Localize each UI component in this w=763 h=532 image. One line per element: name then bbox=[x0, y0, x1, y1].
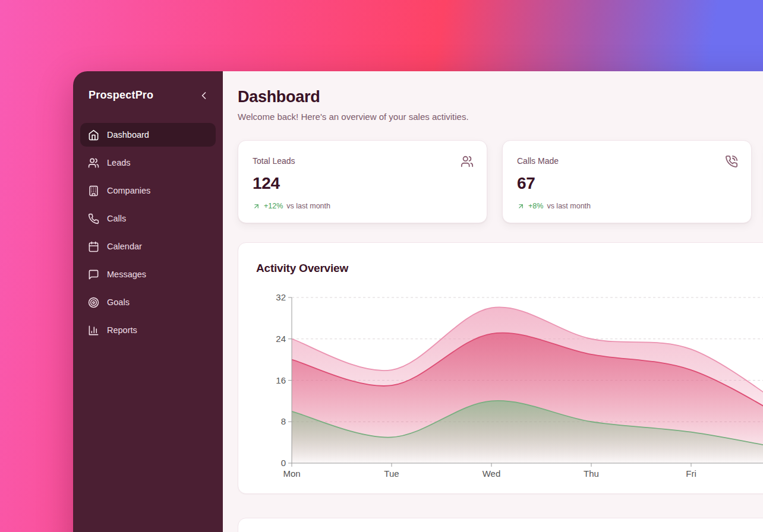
y-tick-label: 0 bbox=[281, 458, 286, 468]
stat-card-total-leads: Total Leads 124 +12% vs last month bbox=[238, 140, 487, 223]
sidebar-item-calendar[interactable]: Calendar bbox=[80, 235, 216, 258]
stat-value: 67 bbox=[517, 174, 737, 193]
trend-percent: +8% bbox=[528, 202, 543, 210]
calendar-icon bbox=[88, 241, 99, 252]
sidebar: ProspectPro Dashboard Leads Companies Ca… bbox=[73, 71, 223, 532]
arrow-up-right-icon bbox=[517, 202, 525, 210]
sidebar-item-label: Calls bbox=[107, 214, 126, 223]
sidebar-item-label: Calendar bbox=[107, 242, 142, 251]
sidebar-item-reports[interactable]: Reports bbox=[80, 318, 216, 342]
sidebar-item-label: Companies bbox=[107, 186, 150, 195]
arrow-up-right-icon bbox=[253, 202, 260, 210]
sidebar-nav: Dashboard Leads Companies Calls Calendar… bbox=[80, 123, 216, 342]
y-tick-label: 16 bbox=[276, 375, 286, 385]
sidebar-item-leads[interactable]: Leads bbox=[80, 151, 216, 175]
activity-overview-chart: 08162432MonTueWedThuFri bbox=[238, 243, 763, 495]
bar-chart-icon bbox=[88, 325, 99, 336]
sidebar-item-label: Messages bbox=[107, 270, 146, 279]
sidebar-item-label: Dashboard bbox=[107, 130, 149, 140]
trend-up-icon bbox=[517, 202, 525, 210]
stat-trend: +8% vs last month bbox=[517, 202, 737, 210]
trend-suffix: vs last month bbox=[547, 202, 591, 210]
stat-label: Calls Made bbox=[517, 156, 737, 166]
sidebar-item-label: Leads bbox=[107, 158, 131, 167]
building-icon bbox=[88, 185, 99, 197]
sidebar-item-companies[interactable]: Companies bbox=[80, 179, 216, 202]
users-icon bbox=[461, 155, 474, 168]
x-tick-label: Tue bbox=[384, 468, 399, 479]
y-tick-label: 32 bbox=[276, 292, 286, 302]
stat-label: Total Leads bbox=[253, 156, 472, 166]
sidebar-collapse-button[interactable] bbox=[198, 90, 210, 102]
app-window: ProspectPro Dashboard Leads Companies Ca… bbox=[73, 71, 763, 532]
sidebar-header: ProspectPro bbox=[80, 87, 216, 102]
x-tick-label: Mon bbox=[283, 468, 300, 479]
trend-suffix: vs last month bbox=[286, 202, 330, 210]
x-tick-label: Fri bbox=[686, 468, 696, 479]
target-icon bbox=[88, 297, 99, 308]
sidebar-item-messages[interactable]: Messages bbox=[80, 262, 216, 286]
sidebar-item-label: Goals bbox=[107, 297, 130, 307]
page-subtitle: Welcome back! Here's an overview of your… bbox=[238, 112, 763, 122]
stat-value: 124 bbox=[253, 174, 472, 193]
phone-icon bbox=[88, 213, 99, 224]
sidebar-item-calls[interactable]: Calls bbox=[80, 207, 216, 230]
users-icon bbox=[88, 157, 99, 169]
stat-trend: +12% vs last month bbox=[253, 202, 472, 210]
activity-overview-card: Activity Overview 08162432MonTueWedThuFr… bbox=[238, 242, 763, 494]
partially-visible-card bbox=[238, 518, 763, 532]
chevron-left-icon bbox=[198, 90, 210, 102]
sidebar-item-dashboard[interactable]: Dashboard bbox=[80, 123, 216, 147]
trend-up-icon bbox=[253, 202, 260, 210]
main-content: Dashboard Welcome back! Here's an overvi… bbox=[223, 71, 763, 532]
sidebar-item-goals[interactable]: Goals bbox=[80, 290, 216, 314]
y-tick-label: 24 bbox=[276, 334, 286, 344]
x-tick-label: Wed bbox=[483, 468, 501, 479]
stats-row: Total Leads 124 +12% vs last month Calls… bbox=[238, 140, 763, 223]
x-tick-label: Thu bbox=[584, 468, 599, 479]
app-logo: ProspectPro bbox=[89, 89, 153, 102]
sidebar-item-label: Reports bbox=[107, 325, 137, 335]
y-tick-label: 8 bbox=[281, 416, 286, 426]
page-title: Dashboard bbox=[238, 88, 763, 106]
stat-card-calls-made: Calls Made 67 +8% vs last month bbox=[502, 140, 752, 223]
trend-percent: +12% bbox=[264, 202, 283, 210]
home-icon bbox=[88, 129, 99, 141]
message-square-icon bbox=[88, 269, 99, 280]
phone-call-icon bbox=[725, 155, 738, 168]
